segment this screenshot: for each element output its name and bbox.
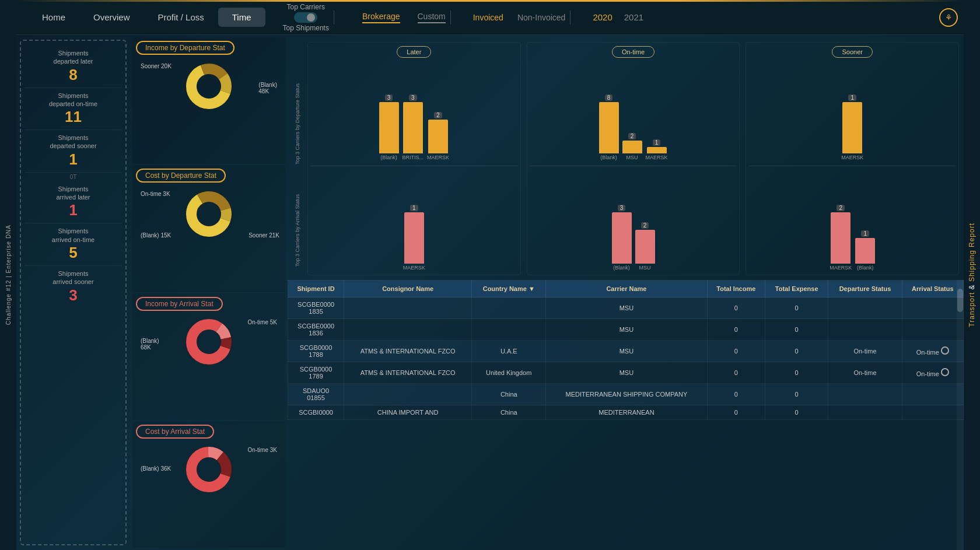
challenge-label: Challenge #12 | Enterprise DNA — [5, 225, 12, 325]
sooner-dep-bars: 1 MAERSK — [841, 60, 863, 163]
stat-val-departed-ontime: 11 — [24, 108, 122, 126]
cell-expense: 0 — [765, 384, 828, 405]
cell-expense: 0 — [765, 362, 828, 384]
stat-arrived-sooner: Shipmentsarrived sooner 3 — [24, 266, 122, 308]
cell-arr-status — [902, 319, 963, 341]
filter-non-invoiced[interactable]: Non-Invoiced — [517, 13, 566, 22]
cell-dep-status: On-time — [828, 341, 902, 362]
group-sooner: Sooner 1 MAERSK 2 — [746, 42, 959, 275]
year-2021[interactable]: 2021 — [624, 12, 643, 22]
cost-arrival-card: Cost by Arrival Stat On-time 3K (Blank) … — [132, 421, 285, 548]
divider-sooner — [748, 166, 956, 166]
cost-departure-title: Cost by Departure Stat — [136, 169, 226, 183]
cell-arr-status: On-time — [902, 362, 963, 384]
cost-arr-donut — [183, 443, 235, 496]
nav-user-icon[interactable]: ⚘ — [939, 8, 958, 27]
nav-overview[interactable]: Overview — [79, 8, 144, 27]
cost-arr-label-ontime: On-time 3K — [247, 447, 277, 453]
toggle-switch[interactable] — [294, 12, 317, 23]
stat-zero-t: 0T — [24, 173, 122, 181]
nav-home[interactable]: Home — [28, 8, 79, 27]
sooner-arr-bars: 2 MAERSK 1 (Blank) — [830, 169, 875, 272]
stat-arrived-later: Shipmentsarrived later 1 — [24, 181, 122, 224]
income-dep-label-sooner: Sooner 20K — [141, 63, 172, 69]
y-axis-labels: Top 3 Carriers by Departure Status Top 3… — [292, 40, 303, 275]
th-shipment-id[interactable]: Shipment ID — [288, 281, 344, 297]
charts-panel: Income by Departure Stat Sooner 20K (Bla… — [130, 35, 288, 550]
cost-dep-donut — [183, 188, 235, 240]
nav-time[interactable]: Time — [218, 8, 265, 27]
table-row: SDAUO001855 China MEDITERRANEAN SHIPPING… — [288, 384, 964, 405]
y-axis-departure: Top 3 Carriers by Departure Status — [295, 72, 300, 164]
cost-departure-card: Cost by Departure Stat On-time 3K (Blank… — [132, 165, 285, 292]
nav-profit-loss[interactable]: Profit / Loss — [144, 8, 218, 27]
table-row: SCGB00001788 ATMS & INTERNATIONAL FZCO U… — [288, 341, 964, 362]
cost-dep-label-ontime: On-time 3K — [141, 191, 170, 197]
group-ontime-btn[interactable]: On-time — [612, 46, 654, 58]
filter-custom[interactable]: Custom — [418, 12, 446, 23]
th-income[interactable]: Total Income — [707, 281, 765, 297]
bar-later-dep-maersk: 2 MAERSK — [427, 112, 449, 161]
group-sooner-btn[interactable]: Sooner — [832, 46, 872, 58]
bar-ontime-dep-blank: 8 (Blank) — [599, 94, 619, 161]
cell-carrier: MEDITERRANEAN — [546, 405, 707, 420]
data-table-section: Shipment ID Consignor Name Country Name … — [288, 280, 964, 550]
cell-arr-status — [902, 384, 963, 405]
th-expense[interactable]: Total Expense — [765, 281, 828, 297]
right-sidebar: Transport & Shipping Report — [964, 0, 980, 550]
nav-filters: Brokerage Custom — [362, 12, 446, 23]
cell-consignor: ATMS & INTERNATIONAL FZCO — [344, 362, 472, 384]
th-dep-status[interactable]: Departure Status — [828, 281, 902, 297]
bar-ontime-arr-msu: 2 MSU — [635, 222, 655, 271]
cell-country: China — [472, 384, 546, 405]
group-later-btn[interactable]: Later — [397, 46, 431, 58]
cell-id: SCGB00001789 — [288, 362, 344, 384]
cell-income: 0 — [707, 384, 765, 405]
main-layout: Shipmentsdeparted later 8 Shipmentsdepar… — [16, 35, 964, 550]
left-sidebar: Challenge #12 | Enterprise DNA — [0, 0, 16, 550]
cell-country: United Kingdom — [472, 362, 546, 384]
cell-income: 0 — [707, 319, 765, 341]
cell-income: 0 — [707, 341, 765, 362]
later-arr-bars: 1 MAERSK — [403, 169, 425, 272]
bar-charts-section: Top 3 Carriers by Departure Status Top 3… — [288, 35, 964, 280]
top-shipments-label: Top Shipments — [283, 24, 329, 32]
ontime-dep-bars: 8 (Blank) 2 MSU 1 MAERSK — [599, 60, 668, 163]
cell-expense: 0 — [765, 319, 828, 341]
cell-carrier: MSU — [546, 319, 707, 341]
cell-country: U.A.E — [472, 341, 546, 362]
center-panel: Top 3 Carriers by Departure Status Top 3… — [288, 35, 964, 550]
table-row: SCGB00001789 ATMS & INTERNATIONAL FZCO U… — [288, 362, 964, 384]
cell-income: 0 — [707, 405, 765, 420]
top-carriers-label: Top Carriers — [287, 3, 325, 11]
income-dep-donut — [183, 60, 235, 113]
bar-sooner-arr-blank: 1 (Blank) — [855, 230, 875, 271]
table-scroll-container[interactable]: Shipment ID Consignor Name Country Name … — [288, 280, 964, 550]
filter-invoiced[interactable]: Invoiced — [473, 13, 503, 22]
app-title: Transport & Shipping Report — [968, 223, 976, 327]
income-arr-label-ontime: On-time 5K — [247, 319, 277, 325]
income-arrival-title: Income by Arrival Stat — [136, 297, 223, 311]
y-axis-arrival: Top 3 Carriers by Arrival Status — [295, 183, 300, 267]
cell-carrier: MEDITERRANEAN SHIPPING COMPANY — [546, 384, 707, 405]
scrollbar-thumb[interactable] — [957, 289, 963, 312]
filter-brokerage[interactable]: Brokerage — [362, 12, 400, 23]
year-2020[interactable]: 2020 — [593, 12, 612, 22]
nav-items: Home Overview Profit / Loss Time — [16, 8, 265, 27]
cell-expense: 0 — [765, 405, 828, 420]
income-arr-donut — [183, 316, 235, 368]
cell-arr-status: On-time — [902, 341, 963, 362]
th-carrier[interactable]: Carrier Name — [546, 281, 707, 297]
table-row: SCGBE00001835 MSU 0 0 — [288, 297, 964, 319]
scrollbar-track[interactable] — [957, 280, 964, 550]
th-country[interactable]: Country Name ▼ — [472, 281, 546, 297]
shipments-table: Shipment ID Consignor Name Country Name … — [288, 280, 964, 420]
th-consignor[interactable]: Consignor Name — [344, 281, 472, 297]
cell-carrier: MSU — [546, 341, 707, 362]
stat-departed-later: Shipmentsdeparted later 8 — [24, 45, 122, 88]
bar-sooner-arr-maersk: 2 MAERSK — [830, 205, 852, 271]
bar-ontime-arr-blank: 3 (Blank) — [612, 205, 632, 271]
cell-arr-status — [902, 297, 963, 319]
th-arr-status[interactable]: Arrival Status — [902, 281, 963, 297]
table-row: SCGBE00001836 MSU 0 0 — [288, 319, 964, 341]
